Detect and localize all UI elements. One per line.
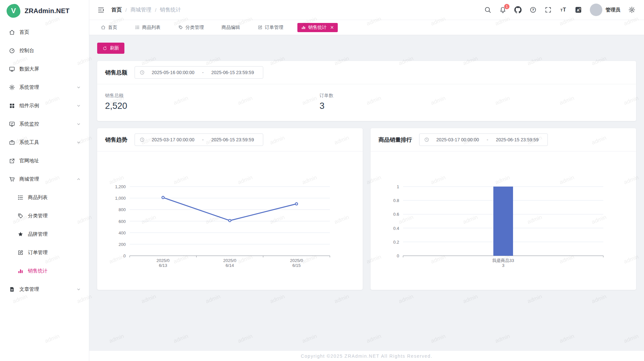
edit-icon xyxy=(258,25,263,30)
tab-bar: 首页 商品列表 分类管理 商品编辑 订单管理 销售统计 xyxy=(89,20,644,35)
svg-text:2025/0: 2025/0 xyxy=(157,258,170,263)
chevron-down-icon xyxy=(76,103,81,108)
sidebar-item-website[interactable]: 官网地址 xyxy=(0,151,89,170)
sidebar-item-system[interactable]: 系统管理 xyxy=(0,78,89,96)
sidebar-item-label: 销售统计 xyxy=(28,268,81,274)
tab-订单管理[interactable]: 订单管理 xyxy=(254,23,287,32)
stat-label: 订单数 xyxy=(320,93,534,99)
fullscreen-icon[interactable] xyxy=(545,6,552,13)
tab-商品编辑[interactable]: 商品编辑 xyxy=(218,23,244,32)
svg-text:2025/0: 2025/0 xyxy=(290,258,303,263)
sidebar-item-data-screen[interactable]: 数据大屏 xyxy=(0,60,89,78)
sales-trend-date-range-picker[interactable]: 2025-03-17 00:00:00 - 2025-06-15 23:59:5… xyxy=(135,133,263,146)
sidebar-item-label: 分类管理 xyxy=(28,213,81,219)
product-ranking-card-header: 商品销量排行 2025-03-17 00:00:00 - 2025-06-15 … xyxy=(371,128,636,151)
github-icon[interactable] xyxy=(514,6,522,13)
tab-销售统计[interactable]: 销售统计 xyxy=(297,23,338,32)
sidebar-item-tools[interactable]: 系统工具 xyxy=(0,133,89,151)
date-end[interactable]: 2025-06-15 23:59:59 xyxy=(491,137,543,142)
monitor-icon xyxy=(9,121,15,127)
sidebar-item-brand[interactable]: 品牌管理 xyxy=(0,225,89,243)
sidebar-item-components[interactable]: 组件示例 xyxy=(0,96,89,115)
sales-trend-title: 销售趋势 xyxy=(105,136,127,144)
svg-text:T: T xyxy=(563,7,566,12)
sidebar-item-mall[interactable]: 商城管理 xyxy=(0,170,89,188)
tab-首页[interactable]: 首页 xyxy=(97,23,121,32)
sidebar-item-console[interactable]: 控制台 xyxy=(0,41,89,60)
product-ranking-date-range-picker[interactable]: 2025-03-17 00:00:00 - 2025-06-15 23:59:5… xyxy=(419,133,548,146)
sidebar-item-label: 控制台 xyxy=(19,48,81,54)
refresh-icon xyxy=(102,46,107,51)
sales-trend-chart: 02004006008001,0001,2002025/06/132025/06… xyxy=(97,151,363,290)
search-icon[interactable] xyxy=(484,6,491,13)
sidebar-item-monitor[interactable]: 系统监控 xyxy=(0,115,89,133)
language-icon[interactable]: A文 xyxy=(575,6,582,13)
breadcrumb-separator: / xyxy=(125,7,127,13)
date-start[interactable]: 2025-03-17 00:00:00 xyxy=(432,137,483,142)
date-separator: - xyxy=(202,137,204,142)
sidebar-item-goods-list[interactable]: 商品列表 xyxy=(0,188,89,207)
font-size-icon[interactable]: TT xyxy=(560,6,567,13)
sidebar-collapse-button[interactable] xyxy=(97,6,105,14)
list-icon xyxy=(135,25,140,30)
product-ranking-title: 商品销量排行 xyxy=(378,136,412,144)
screen-icon xyxy=(9,66,15,72)
footer: Copyright ©2025 ZRAdmin.NET All Rights R… xyxy=(89,351,644,361)
home-icon xyxy=(9,29,15,35)
close-icon[interactable] xyxy=(330,25,334,30)
svg-text:400: 400 xyxy=(118,231,126,235)
sales-trend-card-header: 销售趋势 2025-03-17 00:00:00 - 2025-06-15 23… xyxy=(97,128,363,151)
breadcrumb: 首页/商城管理/销售统计 xyxy=(111,7,181,13)
svg-text:0: 0 xyxy=(397,253,399,258)
svg-text:800: 800 xyxy=(118,207,126,212)
charts-row: 销售趋势 2025-03-17 00:00:00 - 2025-06-15 23… xyxy=(97,121,636,290)
sales-total-date-range-picker[interactable]: 2025-05-16 00:00:00 - 2025-06-15 23:59:5… xyxy=(135,66,263,79)
sidebar-item-label: 系统监控 xyxy=(19,121,72,127)
breadcrumb-item-0[interactable]: 首页 xyxy=(111,7,122,13)
sidebar: V ZRAdmin.NET 首页 控制台 数据大屏 系统管理 组件示例 系统监控… xyxy=(0,0,89,361)
clock-icon xyxy=(140,70,145,75)
page-content: 刷新 销售总额 2025-05-16 00:00:00 - 2025-06-15… xyxy=(89,35,644,351)
tab-商品列表[interactable]: 商品列表 xyxy=(131,23,164,32)
date-end[interactable]: 2025-06-15 23:59:59 xyxy=(207,70,258,75)
svg-text:1: 1 xyxy=(397,184,399,189)
clock-icon xyxy=(424,137,429,142)
sidebar-item-order[interactable]: 订单管理 xyxy=(0,243,89,262)
copyright-text: Copyright ©2025 ZRAdmin.NET All Rights R… xyxy=(301,353,432,359)
external-icon xyxy=(9,158,15,164)
svg-text:0.8: 0.8 xyxy=(393,198,399,203)
refresh-label: 刷新 xyxy=(110,45,119,51)
notification-bell-icon[interactable]: 1 xyxy=(499,6,506,13)
settings-gear-icon[interactable] xyxy=(628,6,635,13)
chevron-up-icon xyxy=(76,177,81,182)
sidebar-item-label: 订单管理 xyxy=(28,250,81,256)
tab-分类管理[interactable]: 分类管理 xyxy=(175,23,207,32)
cart-icon xyxy=(9,176,15,182)
sidebar-item-home[interactable]: 首页 xyxy=(0,23,89,41)
date-separator: - xyxy=(486,137,489,142)
chevron-down-icon xyxy=(76,122,81,127)
home-icon xyxy=(101,25,106,30)
svg-text:6/14: 6/14 xyxy=(225,263,234,268)
svg-text:0.4: 0.4 xyxy=(393,226,399,231)
breadcrumb-separator: / xyxy=(155,7,156,13)
date-end[interactable]: 2025-06-15 23:59:59 xyxy=(207,137,258,142)
app-logo[interactable]: V ZRAdmin.NET xyxy=(0,0,89,22)
sales-total-title: 销售总额 xyxy=(105,69,127,76)
sidebar-item-category[interactable]: 分类管理 xyxy=(0,207,89,225)
sidebar-item-label: 商品列表 xyxy=(28,194,81,201)
avatar xyxy=(590,4,602,16)
product-ranking-card: 商品销量排行 2025-03-17 00:00:00 - 2025-06-15 … xyxy=(371,128,636,290)
date-start[interactable]: 2025-03-17 00:00:00 xyxy=(147,137,199,142)
sidebar-submenu-mall: 商品列表 分类管理 品牌管理 订单管理 销售统计 xyxy=(0,188,89,280)
user-menu[interactable]: 管理员 xyxy=(590,4,620,16)
sidebar-item-label: 文章管理 xyxy=(19,286,72,292)
stat-item-0: 销售总额 2,520 xyxy=(105,93,320,111)
date-start[interactable]: 2025-05-16 00:00:00 xyxy=(147,70,199,75)
chevron-down-icon xyxy=(76,85,81,90)
refresh-button[interactable]: 刷新 xyxy=(97,43,124,54)
svg-text:1,000: 1,000 xyxy=(115,196,126,201)
sidebar-item-sales-stats[interactable]: 销售统计 xyxy=(0,262,89,280)
sidebar-item-articles[interactable]: 文章管理 xyxy=(0,280,89,298)
help-icon[interactable]: ? xyxy=(529,6,537,13)
